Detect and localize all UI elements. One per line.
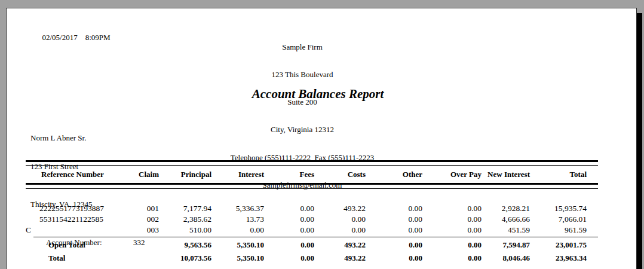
reference-number: 5531154221122585 — [39, 215, 103, 224]
report-title: Account Balances Report — [7, 87, 629, 102]
table-row: 5531154221122585 002 2,385.62 13.73 0.00… — [26, 214, 598, 225]
balances-table: Reference Number Claim Principal Interes… — [26, 160, 598, 265]
column-header-total: Total — [533, 166, 598, 183]
cell-new-interest: 7,594.87 — [484, 239, 533, 252]
cell-claim: 003 — [136, 225, 162, 236]
cell-other: 0.00 — [369, 252, 425, 265]
cell-over-pay: 0.00 — [425, 225, 484, 236]
cell-principal: 9,563.56 — [162, 239, 214, 252]
cell-total: 23,963.34 — [533, 252, 598, 265]
reference-number: 2222551773193887 — [39, 204, 104, 213]
cell-costs: 0.00 — [317, 225, 369, 236]
cell-other: 0.00 — [369, 214, 425, 225]
table-row: C 003 510.00 0.00 0.00 0.00 0.00 0.00 45… — [26, 225, 598, 236]
column-header-claim: Claim — [136, 166, 162, 183]
cell-interest: 5,350.10 — [214, 239, 267, 252]
cell-new-interest: 8,046.46 — [484, 252, 533, 265]
column-header-interest: Interest — [214, 166, 267, 183]
cell-costs: 493.22 — [317, 239, 369, 252]
cell-other: 0.00 — [369, 225, 425, 236]
cell-fees: 0.00 — [267, 239, 317, 252]
cell-costs: 493.22 — [317, 203, 369, 214]
column-header-other: Other — [369, 166, 425, 183]
open-total-label: Open Total — [26, 239, 162, 252]
table-body: 2222551773193887 001 7,177.94 5,336.37 0… — [26, 203, 598, 236]
table-totals: Open Total 9,563.56 5,350.10 0.00 493.22… — [26, 239, 598, 265]
divider-thin-header — [26, 188, 598, 189]
cell-other: 0.00 — [369, 203, 425, 214]
cell-principal: 10,073.56 — [162, 252, 214, 265]
grand-total-row: Total 10,073.56 5,350.10 0.00 493.22 0.0… — [26, 252, 598, 265]
cell-fees: 0.00 — [267, 203, 317, 214]
column-header-principal: Principal — [162, 166, 214, 183]
cell-other: 0.00 — [369, 239, 425, 252]
cell-over-pay: 0.00 — [425, 214, 484, 225]
cell-total: 15,935.74 — [533, 203, 598, 214]
column-header-fees: Fees — [267, 166, 317, 183]
cell-claim: 002 — [136, 214, 162, 225]
debtor-name: Norm L Abner Sr. — [30, 133, 145, 143]
cell-interest: 13.73 — [214, 214, 267, 225]
cell-interest: 5,350.10 — [214, 252, 267, 265]
table-row: 2222551773193887 001 7,177.94 5,336.37 0… — [26, 203, 598, 214]
cell-fees: 0.00 — [267, 252, 317, 265]
cell-principal: 2,385.62 — [162, 214, 214, 225]
cell-fees: 0.00 — [267, 225, 317, 236]
column-header-new-interest: New Interest — [484, 166, 533, 183]
cell-over-pay: 0.00 — [425, 252, 484, 265]
firm-address-line1: 123 This Boulevard — [7, 70, 598, 79]
firm-name: Sample Firm — [7, 42, 598, 51]
report-viewer-background: 02/05/20178:09PM Sample Firm 123 This Bo… — [0, 0, 644, 269]
table-header: Reference Number Claim Principal Interes… — [26, 166, 598, 183]
open-total-row: Open Total 9,563.56 5,350.10 0.00 493.22… — [26, 239, 598, 252]
report-page: 02/05/20178:09PM Sample Firm 123 This Bo… — [6, 8, 637, 269]
row-prefix: C — [26, 225, 39, 236]
cell-principal: 7,177.94 — [162, 203, 214, 214]
cell-reference: C — [26, 225, 136, 236]
cell-new-interest: 451.59 — [484, 225, 533, 236]
cell-interest: 5,336.37 — [214, 203, 267, 214]
divider-thick-header — [26, 183, 598, 185]
cell-new-interest: 2,928.21 — [484, 203, 533, 214]
divider-thin-pretotal — [33, 237, 598, 237]
cell-costs: 0.00 — [317, 214, 369, 225]
cell-total: 961.59 — [533, 225, 598, 236]
cell-total: 7,066.01 — [533, 214, 598, 225]
cell-principal: 510.00 — [162, 225, 214, 236]
cell-claim: 001 — [136, 203, 162, 214]
column-header-reference-number: Reference Number — [26, 166, 136, 183]
divider-thick-top — [26, 160, 598, 162]
table-header-row: Reference Number Claim Principal Interes… — [26, 166, 598, 183]
cell-costs: 493.22 — [317, 252, 369, 265]
cell-new-interest: 4,666.66 — [484, 214, 533, 225]
column-header-costs: Costs — [317, 166, 369, 183]
cell-interest: 0.00 — [214, 225, 267, 236]
cell-reference: 5531154221122585 — [26, 214, 136, 225]
cell-over-pay: 0.00 — [425, 239, 484, 252]
column-header-over-pay: Over Pay — [425, 166, 484, 183]
cell-reference: 2222551773193887 — [26, 203, 136, 214]
cell-total: 23,001.75 — [533, 239, 598, 252]
cell-fees: 0.00 — [267, 214, 317, 225]
cell-over-pay: 0.00 — [425, 203, 484, 214]
grand-total-label: Total — [26, 252, 162, 265]
